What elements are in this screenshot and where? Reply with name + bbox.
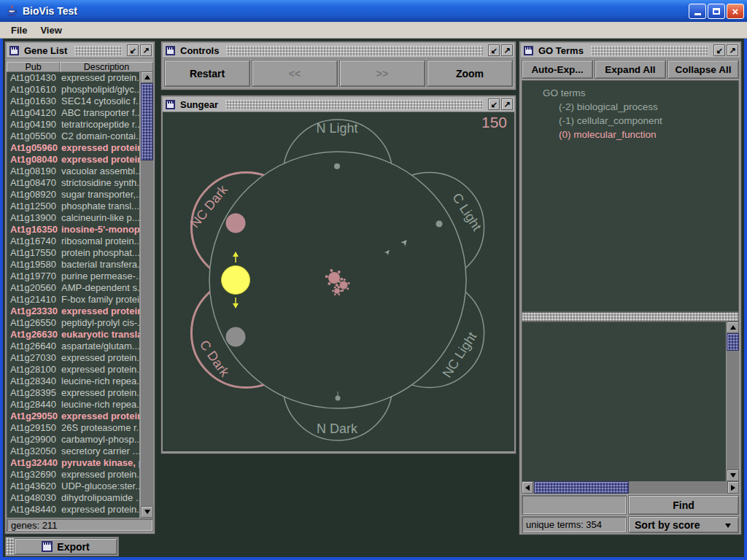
table-row[interactable]: At1g28100 expressed protein... bbox=[7, 364, 139, 376]
table-row[interactable]: At1g05500 C2 domain-contai... bbox=[7, 131, 139, 142]
frame-iconify-button[interactable]: ↙ bbox=[713, 44, 725, 56]
menu-item[interactable]: View bbox=[34, 23, 68, 37]
frame-maximize-button[interactable]: ↗ bbox=[501, 98, 513, 110]
table-row[interactable]: At1g19770 purine permease-... bbox=[7, 271, 139, 282]
go-term-item[interactable] bbox=[522, 442, 726, 455]
column-description[interactable]: Description bbox=[60, 62, 153, 72]
go-term-item[interactable] bbox=[522, 337, 726, 350]
go-action-button[interactable]: Expand All bbox=[595, 60, 666, 79]
table-row[interactable]: At1g12500 phosphate transl... bbox=[7, 201, 139, 212]
go-action-button[interactable]: Collapse All bbox=[667, 60, 739, 79]
table-row[interactable]: At1g28395 expressed protein... bbox=[7, 387, 139, 399]
table-row[interactable]: At1g28440 leucine-rich repea... bbox=[7, 399, 139, 411]
frame-maximize-button[interactable]: ↗ bbox=[727, 44, 738, 56]
table-row[interactable]: At1g43620 UDP-glucose:ster... bbox=[7, 481, 139, 492]
split-divider[interactable] bbox=[522, 312, 739, 322]
anchor-petal-c-light[interactable] bbox=[375, 173, 484, 282]
tree-node[interactable]: (0) molecular_function bbox=[522, 128, 738, 141]
table-row[interactable]: At1g17550 protein phosphat... bbox=[7, 247, 139, 259]
anchor-label-n-dark[interactable]: N Dark bbox=[317, 421, 358, 436]
tree-node[interactable]: GO terms bbox=[522, 86, 738, 100]
go-term-list[interactable] bbox=[522, 322, 726, 481]
go-term-item[interactable] bbox=[522, 402, 726, 416]
go-term-item[interactable] bbox=[522, 429, 726, 442]
table-row[interactable]: At1g48030 dihydrolipoamide ... bbox=[7, 492, 139, 504]
table-row[interactable]: At1g26550 peptidyl-prolyl cis-... bbox=[7, 317, 139, 329]
frame-iconify-button[interactable]: ↙ bbox=[488, 98, 500, 110]
table-row[interactable]: At1g27030 expressed protein... bbox=[7, 352, 139, 364]
frame-iconify-button[interactable]: ↙ bbox=[488, 44, 500, 56]
gene-list-vscrollbar[interactable] bbox=[141, 71, 153, 518]
find-input[interactable] bbox=[522, 495, 627, 515]
go-term-item[interactable] bbox=[522, 350, 726, 363]
minimize-button[interactable] bbox=[689, 4, 706, 19]
anchor-label-c-dark[interactable]: C Dark bbox=[197, 338, 233, 380]
table-row[interactable]: At1g48440 expressed protein... bbox=[7, 504, 139, 516]
anchor-petal-c-dark[interactable] bbox=[191, 279, 301, 388]
go-term-item[interactable] bbox=[522, 376, 726, 389]
go-terms-titlebar[interactable]: GO Terms ↙ ↗ bbox=[521, 43, 740, 58]
scroll-up-button[interactable] bbox=[727, 322, 739, 333]
table-row[interactable]: At1g08040 expressed protein... bbox=[7, 154, 139, 166]
table-row[interactable]: At1g05960 expressed protein... bbox=[7, 142, 139, 154]
menu-item[interactable]: File bbox=[4, 23, 34, 37]
tree-node[interactable]: (-1) cellular_component bbox=[522, 114, 738, 128]
table-row[interactable]: At1g08470 strictosidine synth... bbox=[7, 177, 139, 189]
table-row[interactable]: At1g19580 bacterial transfera... bbox=[7, 259, 139, 271]
frame-maximize-button[interactable]: ↗ bbox=[140, 44, 152, 56]
table-row[interactable]: At1g01610 phospholipid/glyc... bbox=[7, 84, 139, 96]
sort-dropdown[interactable]: Sort by score bbox=[628, 516, 739, 533]
table-row[interactable]: At1g32440 pyruvate kinase, p... bbox=[7, 457, 139, 469]
table-row[interactable]: At1g29150 26S proteasome r... bbox=[7, 422, 139, 434]
find-button[interactable]: Find bbox=[628, 495, 739, 515]
go-list-hscrollbar[interactable] bbox=[522, 481, 739, 494]
table-row[interactable]: At1g29900 carbamoyl-phosp... bbox=[7, 434, 139, 446]
table-row[interactable]: At1g26630 eukaryotic translat... bbox=[7, 329, 139, 341]
toolbar-drag-handle[interactable] bbox=[7, 538, 14, 555]
table-row[interactable]: At1g32050 secretory carrier ... bbox=[7, 446, 139, 457]
table-row[interactable]: At1g16740 ribosomal protein... bbox=[7, 236, 139, 247]
table-header[interactable]: Pub Description bbox=[7, 62, 153, 72]
anchor-label-n-light[interactable]: N Light bbox=[316, 121, 357, 136]
controls-titlebar[interactable]: Controls ↙ ↗ bbox=[163, 43, 514, 58]
sungear-titlebar[interactable]: Sungear ↙ ↗ bbox=[163, 97, 514, 112]
go-action-button[interactable]: Auto-Exp... bbox=[522, 60, 593, 79]
scroll-up-button[interactable] bbox=[141, 71, 153, 83]
table-row[interactable]: At1g21410 F-box family protei... bbox=[7, 294, 139, 306]
go-tree[interactable]: GO terms(-2) biological_process(-1) cell… bbox=[522, 80, 739, 312]
go-term-item[interactable] bbox=[522, 468, 726, 481]
export-button[interactable]: Export bbox=[14, 538, 117, 555]
anchor-dot-c-light[interactable] bbox=[436, 221, 443, 228]
scrollbar-thumb[interactable] bbox=[534, 481, 629, 494]
scroll-down-button[interactable] bbox=[141, 506, 153, 518]
gene-table[interactable]: At1g01430 expressed protein... At1g01610… bbox=[7, 72, 139, 518]
table-row[interactable]: At1g04120 ABC transporter f... bbox=[7, 107, 139, 119]
gene-list-titlebar[interactable]: Gene List ↙ ↗ bbox=[7, 43, 153, 58]
sungear-canvas[interactable]: N Light C Light NC Light N Dark C Dark N… bbox=[163, 112, 514, 451]
go-term-item[interactable] bbox=[522, 455, 726, 468]
table-row[interactable]: At1g23330 expressed protein... bbox=[7, 306, 139, 317]
go-term-item[interactable] bbox=[522, 416, 726, 429]
table-row[interactable]: At1g08190 vacuolar assembl... bbox=[7, 166, 139, 177]
table-row[interactable]: At1g13900 calcineurin-like p... bbox=[7, 212, 139, 224]
column-pub[interactable]: Pub bbox=[7, 62, 60, 72]
table-row[interactable]: At1g32690 expressed protein... bbox=[7, 469, 139, 481]
control-button[interactable]: Zoom bbox=[427, 60, 513, 87]
scrollbar-thumb[interactable] bbox=[727, 333, 739, 351]
vessel-nc-dark[interactable] bbox=[226, 214, 246, 233]
scroll-left-button[interactable] bbox=[522, 481, 533, 494]
scroll-right-button[interactable] bbox=[727, 481, 739, 494]
table-row[interactable]: At1g28340 leucine-rich repea... bbox=[7, 376, 139, 387]
anchor-label-nc-dark[interactable]: NC Dark bbox=[187, 182, 231, 230]
table-row[interactable]: At1g08920 sugar transporter,... bbox=[7, 189, 139, 201]
control-button[interactable]: Restart bbox=[164, 60, 250, 87]
anchor-petal-nc-dark[interactable] bbox=[191, 173, 301, 282]
table-row[interactable]: At1g29050 expressed protein... bbox=[7, 411, 139, 422]
table-row[interactable]: At1g26640 aspartate/glutam... bbox=[7, 341, 139, 352]
table-row[interactable]: At1g20560 AMP-dependent s... bbox=[7, 282, 139, 294]
go-list-vscrollbar[interactable] bbox=[727, 322, 739, 481]
anchor-label-nc-light[interactable]: NC Light bbox=[440, 330, 480, 381]
gene-gear-cluster[interactable] bbox=[325, 269, 350, 295]
maximize-button[interactable] bbox=[708, 4, 725, 19]
vessel-c-dark[interactable] bbox=[226, 327, 246, 347]
